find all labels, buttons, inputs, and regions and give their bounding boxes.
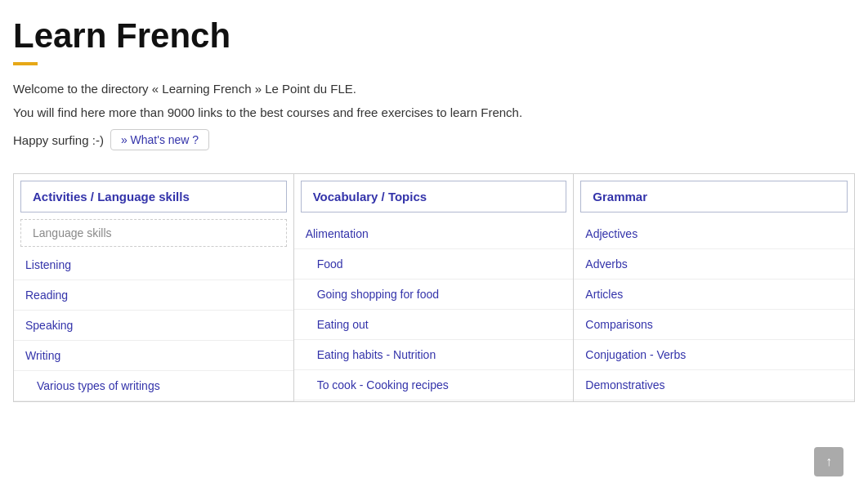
- list-item-adverbs[interactable]: Adverbs: [574, 249, 854, 280]
- happy-surfing-text: Happy surfing :-): [13, 133, 104, 147]
- list-item-eating-habits[interactable]: Eating habits - Nutrition: [294, 340, 574, 370]
- title-underline: [13, 62, 38, 65]
- column-activities: Activities / Language skills Language sk…: [14, 174, 294, 401]
- description-1: Welcome to the directory « Learning Fren…: [13, 82, 855, 96]
- list-item-articles[interactable]: Articles: [574, 280, 854, 310]
- list-item-cooking-recipes[interactable]: To cook - Cooking recipes: [294, 370, 574, 400]
- list-item-food[interactable]: Food: [294, 249, 574, 280]
- column-header-activities[interactable]: Activities / Language skills: [20, 181, 287, 212]
- list-item-conjugation-verbs[interactable]: Conjugation - Verbs: [574, 340, 854, 370]
- whats-new-link[interactable]: » What's new ?: [110, 129, 209, 150]
- list-item-speaking[interactable]: Speaking: [14, 311, 293, 341]
- list-item-shopping-food[interactable]: Going shopping for food: [294, 280, 574, 310]
- column-vocabulary: Vocabulary / Topics Alimentation Food Go…: [294, 174, 575, 401]
- description-2: You will find here more than 9000 links …: [13, 105, 855, 119]
- column-grammar: Grammar Adjectives Adverbs Articles Comp…: [574, 174, 854, 401]
- list-item-reading[interactable]: Reading: [14, 280, 293, 311]
- column-header-vocabulary[interactable]: Vocabulary / Topics: [301, 181, 567, 212]
- main-grid: Activities / Language skills Language sk…: [13, 173, 855, 402]
- list-item-demonstratives[interactable]: Demonstratives: [574, 370, 854, 400]
- sub-header-activities: Language skills: [20, 219, 287, 247]
- list-item-alimentation[interactable]: Alimentation: [294, 219, 574, 249]
- list-item-listening[interactable]: Listening: [14, 250, 293, 280]
- list-item-eating-out[interactable]: Eating out: [294, 310, 574, 340]
- page-title: Learn French: [13, 16, 855, 56]
- list-item-various-writings[interactable]: Various types of writings: [14, 371, 293, 401]
- list-item-comparisons[interactable]: Comparisons: [574, 310, 854, 340]
- list-item-writing[interactable]: Writing: [14, 341, 293, 371]
- column-header-grammar[interactable]: Grammar: [580, 181, 848, 212]
- list-item-adjectives[interactable]: Adjectives: [574, 219, 854, 249]
